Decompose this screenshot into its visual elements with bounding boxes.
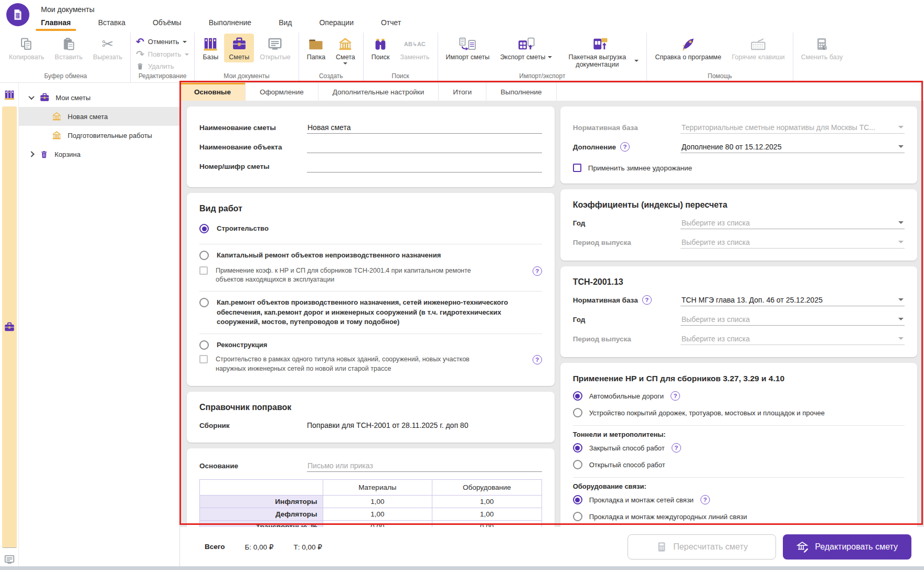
replace-button[interactable]: AB ↳AC Заменить xyxy=(395,34,434,62)
radio-longdistance-laying[interactable] xyxy=(573,512,582,521)
tree-item-new-estimate[interactable]: Новая смета xyxy=(19,107,179,126)
paste-button[interactable]: Вставить xyxy=(50,34,87,62)
coef-year-select[interactable]: Выберите из списка xyxy=(681,217,905,229)
tsn13-period-select[interactable]: Выберите из списка xyxy=(681,333,905,345)
basis-input[interactable] xyxy=(307,460,542,472)
radio-construction[interactable] xyxy=(199,224,209,233)
supplement-select[interactable]: Дополнение 80 от 15.12.2025 xyxy=(681,141,905,153)
option-network-laying[interactable]: Прокладка и монтаж сетей связи ? xyxy=(573,491,905,508)
radio-open-method[interactable] xyxy=(573,460,582,469)
undo-button[interactable]: ↶ Отменить xyxy=(136,37,189,47)
copy-button[interactable]: Копировать xyxy=(4,34,49,62)
chevron-down-icon[interactable] xyxy=(185,53,189,56)
option-open-method[interactable]: Открытый способ работ xyxy=(573,456,905,473)
option-pavements[interactable]: Устройство покрытий дорожек, тротуаров, … xyxy=(573,404,905,421)
cut-button[interactable]: ✂ Вырезать xyxy=(88,34,127,62)
tab-additional-settings[interactable]: Дополнительные настройки xyxy=(318,83,439,101)
chevron-down-icon[interactable] xyxy=(634,60,639,62)
radio-auto-roads[interactable] xyxy=(573,391,582,401)
opened-button[interactable]: Открытые xyxy=(255,34,295,62)
normative-base-select[interactable]: Территориальные сметные нормативы для Мо… xyxy=(681,122,905,134)
change-base-button[interactable]: Сменить базу xyxy=(796,34,848,62)
radio-closed-method[interactable] xyxy=(573,443,582,453)
tab-execution[interactable]: Выполнение xyxy=(486,83,557,101)
select-placeholder: Выберите из списка xyxy=(682,219,894,227)
cell-value[interactable]: 0,00 xyxy=(323,521,432,527)
menu-tab-home[interactable]: Главная xyxy=(41,18,71,31)
tree-item-trash[interactable]: Корзина xyxy=(19,145,179,164)
rail-estimates-icon[interactable] xyxy=(2,106,17,548)
menu-tab-operations[interactable]: Операции xyxy=(319,18,354,31)
about-button[interactable]: Справка о программе xyxy=(650,34,726,62)
menu-tab-insert[interactable]: Вставка xyxy=(98,18,125,31)
chevron-down-icon[interactable] xyxy=(548,56,552,58)
tsn13-title: ТСН-2001.13 xyxy=(573,277,905,287)
radio-capital-prod[interactable] xyxy=(199,298,209,307)
chevron-down-icon[interactable] xyxy=(343,62,347,64)
cell-value[interactable]: 1,00 xyxy=(323,508,432,521)
export-estimate-button[interactable]: Экспорт сметы xyxy=(495,34,557,62)
cell-value[interactable]: 1,00 xyxy=(323,496,432,508)
chevron-down-icon[interactable] xyxy=(183,41,187,43)
help-icon[interactable]: ? xyxy=(671,391,680,401)
menu-tab-execution[interactable]: Выполнение xyxy=(209,18,251,31)
coef-period-select[interactable]: Выберите из списка xyxy=(681,236,905,249)
delete-button[interactable]: Удалить xyxy=(136,62,189,71)
cell-value[interactable]: 1,00 xyxy=(432,508,542,521)
help-icon[interactable]: ? xyxy=(533,266,542,276)
option-reconstruction[interactable]: Реконструкция xyxy=(199,336,542,355)
tab-appearance[interactable]: Оформление xyxy=(246,83,318,101)
menu-tab-view[interactable]: Вид xyxy=(279,18,292,31)
option-construction[interactable]: Строительство xyxy=(199,218,542,242)
tree-item-my-estimates[interactable]: Мои сметы xyxy=(19,88,179,107)
chevron-right-icon[interactable] xyxy=(28,151,34,157)
redo-button[interactable]: ↷ Повторить xyxy=(136,49,189,59)
option-tsn4-coef[interactable]: Применение коэф. к НР и СП для сборников… xyxy=(199,265,542,289)
help-icon[interactable]: ? xyxy=(533,355,542,364)
help-icon[interactable]: ? xyxy=(700,495,710,504)
tsn13-base-select[interactable]: ТСН МГЭ глава 13. Доп. 46 от 25.12.2025 xyxy=(681,294,905,306)
object-name-input[interactable] xyxy=(307,141,542,153)
radio-reconstruction[interactable] xyxy=(199,340,209,350)
option-auto-roads[interactable]: Автомобильные дороги ? xyxy=(573,388,905,404)
batch-upload-button[interactable]: Пакетная выгрузка документации xyxy=(558,34,643,70)
option-capital-nonprod[interactable]: Капитальный ремонт объектов непроизводст… xyxy=(199,246,542,265)
collection-value[interactable]: Поправки для ТСН-2001 от 28.11.2025 г. д… xyxy=(307,421,468,429)
bases-button[interactable]: Базы xyxy=(198,34,223,62)
help-icon[interactable]: ? xyxy=(672,443,681,453)
folder-button[interactable]: Папка xyxy=(302,34,330,62)
option-longdistance-laying[interactable]: Прокладка и монтаж междугородных линий с… xyxy=(573,508,905,525)
winter-checkbox[interactable] xyxy=(573,164,581,172)
rail-opened-icon[interactable] xyxy=(2,553,17,566)
edit-estimate-button[interactable]: Редактировать смету xyxy=(783,534,911,560)
recalculate-button[interactable]: Пересчитать смету xyxy=(628,534,776,560)
cell-value[interactable]: 0,00 xyxy=(432,521,542,527)
rail-bases-icon[interactable] xyxy=(2,88,17,102)
option-one-title[interactable]: Строительство в рамках одного титула нов… xyxy=(199,355,542,378)
cell-value[interactable]: 1,00 xyxy=(432,496,542,508)
menu-tab-volumes[interactable]: Объёмы xyxy=(153,18,182,31)
tree-item-preparatory-works[interactable]: Подготовительные работы xyxy=(19,126,179,145)
radio-pavements[interactable] xyxy=(573,408,582,417)
help-icon[interactable]: ? xyxy=(620,142,630,152)
estimate-number-input[interactable] xyxy=(307,160,542,173)
tab-totals[interactable]: Итоги xyxy=(439,83,486,101)
menu-tab-report[interactable]: Отчет xyxy=(381,18,401,31)
tsn13-year-select[interactable]: Выберите из списка xyxy=(681,314,905,326)
estimates-button[interactable]: Сметы xyxy=(224,34,254,62)
chevron-down-icon[interactable] xyxy=(28,94,34,100)
help-icon[interactable]: ? xyxy=(642,295,652,305)
radio-capital-nonprod[interactable] xyxy=(199,251,209,260)
tab-main[interactable]: Основные xyxy=(180,83,246,101)
checkbox-one-title[interactable] xyxy=(199,355,208,363)
estimate-name-input[interactable] xyxy=(307,122,542,134)
hotkeys-button[interactable]: Горячие клавиши xyxy=(727,34,790,62)
import-estimate-button[interactable]: Импорт сметы xyxy=(441,34,494,62)
radio-network-laying[interactable] xyxy=(573,495,582,504)
new-estimate-button[interactable]: Смета xyxy=(331,34,360,66)
search-button[interactable]: Поиск xyxy=(367,34,395,62)
checkbox-tsn4[interactable] xyxy=(199,266,208,275)
winter-option[interactable]: Применить зимнее удорожание xyxy=(573,160,905,176)
option-closed-method[interactable]: Закрытый способ работ ? xyxy=(573,439,905,456)
option-capital-prod[interactable]: Кап.ремонт объектов производственного на… xyxy=(199,293,542,332)
